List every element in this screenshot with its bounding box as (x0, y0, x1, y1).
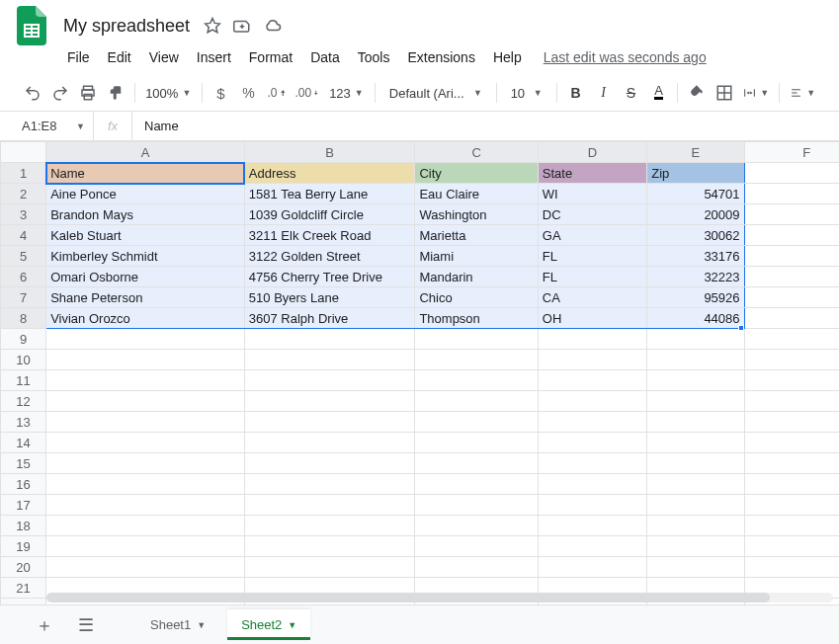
cell[interactable] (244, 433, 415, 453)
cell[interactable] (46, 350, 245, 370)
text-color-button[interactable]: A (645, 79, 671, 107)
cell[interactable] (538, 370, 646, 391)
cell[interactable]: CA (538, 287, 646, 308)
cell[interactable] (744, 536, 839, 557)
cell[interactable] (744, 516, 839, 536)
cell[interactable] (744, 267, 839, 287)
grid[interactable]: ABCDEF 1NameAddressCityStateZip2Aine Pon… (0, 141, 839, 615)
cloud-status-icon[interactable] (263, 17, 283, 35)
cell[interactable] (744, 350, 839, 370)
borders-button[interactable] (712, 79, 737, 107)
sheets-logo[interactable] (14, 8, 49, 43)
col-header-D[interactable]: D (538, 142, 646, 163)
move-icon[interactable] (233, 17, 251, 35)
row-header-4[interactable]: 4 (1, 225, 46, 246)
sheet-tab-sheet1[interactable]: Sheet1▼ (136, 609, 219, 640)
row-header-19[interactable]: 19 (1, 536, 46, 557)
col-header-B[interactable]: B (244, 142, 415, 163)
cell[interactable] (647, 412, 744, 433)
cell[interactable] (244, 536, 415, 557)
cell[interactable] (744, 246, 839, 267)
star-icon[interactable] (204, 17, 221, 35)
cell[interactable] (46, 557, 245, 578)
cell[interactable] (415, 391, 538, 412)
cell[interactable]: 54701 (647, 184, 744, 204)
cell[interactable]: 4756 Cherry Tree Drive (244, 267, 415, 287)
cell[interactable] (538, 350, 646, 370)
cell[interactable]: Washington (415, 204, 538, 225)
cell[interactable] (415, 412, 538, 433)
cell[interactable] (46, 370, 245, 391)
row-header-8[interactable]: 8 (1, 308, 46, 329)
cell[interactable] (647, 453, 744, 474)
name-box[interactable]: A1:E8 ▼ (0, 119, 93, 133)
menu-tools[interactable]: Tools (350, 45, 398, 69)
strikethrough-button[interactable]: S (618, 79, 643, 107)
cell[interactable] (744, 329, 839, 350)
col-header-A[interactable]: A (46, 142, 245, 163)
cell[interactable]: 20009 (647, 204, 744, 225)
cell[interactable] (415, 350, 538, 370)
cell[interactable] (744, 163, 839, 184)
menu-format[interactable]: Format (241, 45, 300, 69)
sheet-tab-sheet2[interactable]: Sheet2▼ (227, 609, 310, 640)
cell[interactable]: GA (538, 225, 646, 246)
format-currency[interactable]: $ (208, 79, 233, 107)
merge-cells-button[interactable]: ▼ (739, 79, 773, 107)
cell[interactable] (244, 453, 415, 474)
cell[interactable]: Chico (415, 287, 538, 308)
cell[interactable]: Miami (415, 246, 538, 267)
cell[interactable] (538, 516, 646, 536)
bold-button[interactable]: B (562, 79, 588, 107)
cell[interactable]: 3122 Golden Street (244, 246, 415, 267)
decrease-decimal[interactable]: .0 (263, 79, 289, 107)
undo-icon[interactable] (20, 79, 45, 107)
cell[interactable] (538, 474, 646, 495)
cell[interactable]: Omari Osborne (46, 267, 245, 287)
cell[interactable] (744, 433, 839, 453)
cell[interactable] (538, 495, 646, 516)
cell[interactable] (46, 433, 245, 453)
cell[interactable]: OH (538, 308, 646, 329)
more-formats[interactable]: 123▼ (324, 79, 369, 107)
cell[interactable] (415, 433, 538, 453)
cell[interactable] (647, 536, 744, 557)
cell[interactable] (244, 350, 415, 370)
doc-title[interactable]: My spreadsheet (57, 14, 196, 39)
cell[interactable] (744, 287, 839, 308)
cell[interactable] (744, 370, 839, 391)
cell[interactable]: FL (538, 246, 646, 267)
select-all-corner[interactable] (1, 142, 46, 163)
cell[interactable]: Shane Peterson (46, 287, 245, 308)
increase-decimal[interactable]: .00 (291, 79, 322, 107)
font-size-select[interactable]: 10▼ (503, 79, 550, 107)
cell[interactable]: Mandarin (415, 267, 538, 287)
paint-format-icon[interactable] (103, 79, 128, 107)
cell[interactable]: 95926 (647, 287, 744, 308)
cell[interactable]: 44086 (647, 308, 744, 329)
col-header-F[interactable]: F (744, 142, 839, 163)
cell[interactable] (415, 370, 538, 391)
col-header-C[interactable]: C (415, 142, 538, 163)
cell[interactable] (744, 204, 839, 225)
cell[interactable]: DC (538, 204, 646, 225)
cell[interactable] (538, 329, 646, 350)
row-header-3[interactable]: 3 (1, 204, 46, 225)
cell[interactable] (244, 516, 415, 536)
cell[interactable]: Kaleb Stuart (46, 225, 245, 246)
horizontal-scrollbar[interactable] (46, 593, 833, 603)
cell[interactable] (538, 433, 646, 453)
row-header-9[interactable]: 9 (1, 329, 46, 350)
cell[interactable] (647, 557, 744, 578)
cell[interactable]: 510 Byers Lane (244, 287, 415, 308)
row-header-6[interactable]: 6 (1, 267, 46, 287)
cell[interactable] (744, 184, 839, 204)
row-header-17[interactable]: 17 (1, 495, 46, 516)
cell[interactable] (744, 557, 839, 578)
cell[interactable]: City (415, 163, 538, 184)
cell[interactable]: 30062 (647, 225, 744, 246)
row-header-5[interactable]: 5 (1, 246, 46, 267)
cell[interactable] (244, 370, 415, 391)
cell[interactable]: WI (538, 184, 646, 204)
cell[interactable] (647, 350, 744, 370)
